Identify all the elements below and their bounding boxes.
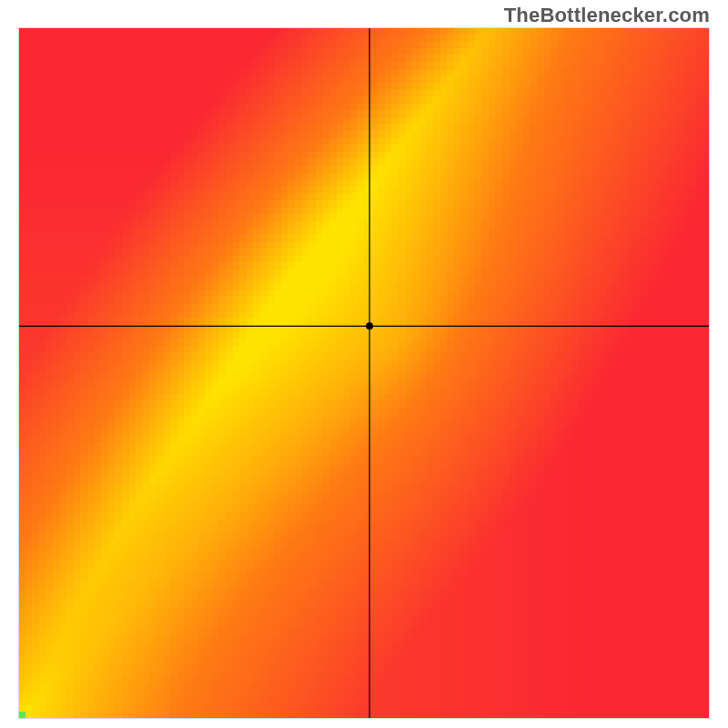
chart-container: TheBottlenecker.com (0, 0, 728, 728)
bottleneck-heatmap (18, 27, 710, 719)
watermark-text: TheBottlenecker.com (504, 4, 710, 27)
